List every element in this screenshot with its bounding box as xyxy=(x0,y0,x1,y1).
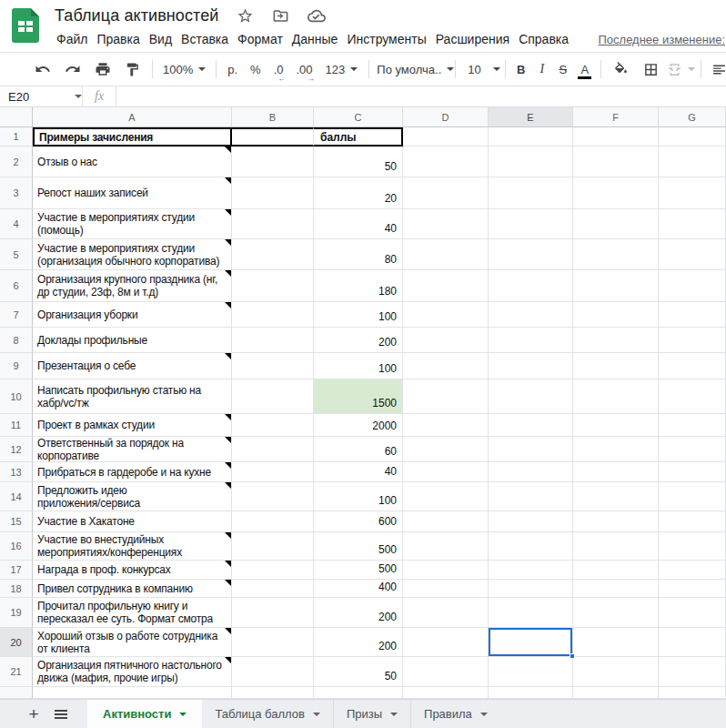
cell-E5[interactable] xyxy=(489,239,573,270)
cell-C9[interactable]: 100 xyxy=(314,353,403,379)
cell-F20[interactable] xyxy=(573,628,659,657)
cell-G19[interactable] xyxy=(659,598,726,628)
cell-E7[interactable] xyxy=(489,302,573,328)
cell-G12[interactable] xyxy=(659,437,726,462)
cell-A7[interactable]: Организация уборки xyxy=(33,302,232,328)
cell-F19[interactable] xyxy=(573,598,659,628)
italic-button[interactable]: I xyxy=(531,58,552,80)
cell-D12[interactable] xyxy=(403,437,489,462)
cell-G9[interactable] xyxy=(659,353,726,379)
cell-A19[interactable]: Прочитал профильную книгу и пересказал е… xyxy=(33,598,232,628)
cell-A3[interactable]: Репост наших записей xyxy=(33,177,232,209)
cell-C6[interactable]: 180 xyxy=(314,270,403,302)
row-header-15[interactable]: 15 xyxy=(0,511,33,532)
sheet-tab-4[interactable]: Правила xyxy=(410,700,500,728)
cell-D13[interactable] xyxy=(403,462,489,482)
cell-A8[interactable]: Доклады профильные xyxy=(33,328,232,353)
sheet-tab-2[interactable]: Таблица баллов xyxy=(202,700,332,728)
cell-D10[interactable] xyxy=(403,379,489,414)
cell-B3[interactable] xyxy=(232,177,314,209)
cell-F13[interactable] xyxy=(573,462,659,482)
sheet-tab-1[interactable]: Активности xyxy=(87,700,202,728)
cell-B5[interactable] xyxy=(232,239,314,270)
cell-B9[interactable] xyxy=(232,353,314,379)
row-header-19[interactable]: 19 xyxy=(0,598,33,628)
cell-Fx[interactable] xyxy=(573,687,659,699)
cell-D8[interactable] xyxy=(403,328,489,353)
cell-E15[interactable] xyxy=(489,511,573,532)
cell-E8[interactable] xyxy=(489,328,573,353)
cell-D20[interactable] xyxy=(403,628,489,657)
cell-G17[interactable] xyxy=(659,561,726,580)
cell-E2[interactable] xyxy=(489,147,573,177)
cell-D17[interactable] xyxy=(403,561,489,580)
cell-E3[interactable] xyxy=(489,177,573,209)
cell-G18[interactable] xyxy=(659,580,726,598)
row-header-5[interactable]: 5 xyxy=(0,239,33,270)
print-button[interactable] xyxy=(87,58,117,80)
cell-F21[interactable] xyxy=(573,657,659,687)
cell-G15[interactable] xyxy=(659,511,726,532)
more-formats-button[interactable]: 123 xyxy=(322,58,362,80)
cell-A4[interactable]: Участие в мероприятиях студии (помощь) xyxy=(33,209,232,239)
cell-F3[interactable] xyxy=(573,177,659,209)
cell-G20[interactable] xyxy=(659,628,726,657)
cell-G13[interactable] xyxy=(659,462,726,482)
cell-F10[interactable] xyxy=(573,379,659,414)
move-to-folder-icon[interactable] xyxy=(272,7,290,25)
cell-B16[interactable] xyxy=(232,532,314,561)
row-header-17[interactable]: 17 xyxy=(0,561,33,580)
cell-Ax[interactable] xyxy=(33,687,232,699)
cell-F14[interactable] xyxy=(573,482,659,511)
cell-A15[interactable]: Участие в Хакатоне xyxy=(33,511,232,532)
cell-A6[interactable]: Организация крупного праздника (нг, др с… xyxy=(33,270,232,302)
cell-D2[interactable] xyxy=(403,147,489,177)
cell-A12[interactable]: Ответственный за порядок на корпоративе xyxy=(33,437,232,462)
selection-fill-handle[interactable] xyxy=(570,653,575,659)
cell-E11[interactable] xyxy=(489,414,573,437)
cell-F5[interactable] xyxy=(573,239,659,270)
cell-C18[interactable]: 400 xyxy=(314,580,403,598)
row-header-4[interactable]: 4 xyxy=(0,209,33,239)
row-header-13[interactable]: 13 xyxy=(0,462,33,482)
menu-file[interactable]: Файл xyxy=(52,30,92,48)
cell-E18[interactable] xyxy=(489,580,573,598)
column-header-F[interactable]: F xyxy=(573,107,659,127)
cell-F8[interactable] xyxy=(573,328,659,353)
cell-E4[interactable] xyxy=(489,209,573,239)
cell-D9[interactable] xyxy=(403,353,489,379)
cell-C17[interactable]: 500 xyxy=(314,561,403,580)
cell-C14[interactable]: 100 xyxy=(314,482,403,511)
cell-Dx[interactable] xyxy=(403,687,489,699)
row-header-7[interactable]: 7 xyxy=(0,302,33,328)
cell-G4[interactable] xyxy=(659,209,726,239)
sheets-logo-icon[interactable] xyxy=(12,8,39,43)
name-box[interactable]: E20 xyxy=(0,86,82,106)
cell-A11[interactable]: Проект в рамках студии xyxy=(33,414,232,437)
row-header-9[interactable]: 9 xyxy=(0,353,33,379)
cell-E19[interactable] xyxy=(489,598,573,628)
increase-decimals-button[interactable]: .00→ xyxy=(293,58,317,80)
bold-button[interactable]: B xyxy=(510,58,531,80)
cell-D5[interactable] xyxy=(403,239,489,270)
cell-B11[interactable] xyxy=(232,414,314,437)
row-header-stub[interactable] xyxy=(0,687,33,699)
document-title[interactable]: Таблица активностей xyxy=(55,6,219,25)
cell-F18[interactable] xyxy=(573,580,659,598)
cell-Cx[interactable] xyxy=(314,687,403,699)
cell-E16[interactable] xyxy=(489,532,573,561)
cell-A16[interactable]: Участие во внестудийных мероприятиях/кон… xyxy=(33,532,232,561)
cell-B13[interactable] xyxy=(232,462,314,482)
cell-D15[interactable] xyxy=(403,511,489,532)
cell-A20[interactable]: Хороший отзыв о работе сотрудника от кли… xyxy=(33,628,232,657)
column-header-A[interactable]: A xyxy=(33,107,232,127)
cell-A18[interactable]: Привел сотрудника в компанию xyxy=(33,580,232,598)
cell-G21[interactable] xyxy=(659,657,726,687)
cell-B14[interactable] xyxy=(232,482,314,511)
row-header-8[interactable]: 8 xyxy=(0,328,33,353)
grid-corner[interactable] xyxy=(0,107,33,127)
cell-G10[interactable] xyxy=(659,379,726,414)
cell-B6[interactable] xyxy=(232,270,314,302)
cell-A21[interactable]: Организация пятничного настольного движа… xyxy=(33,657,232,687)
merge-cells-button[interactable] xyxy=(666,58,696,80)
